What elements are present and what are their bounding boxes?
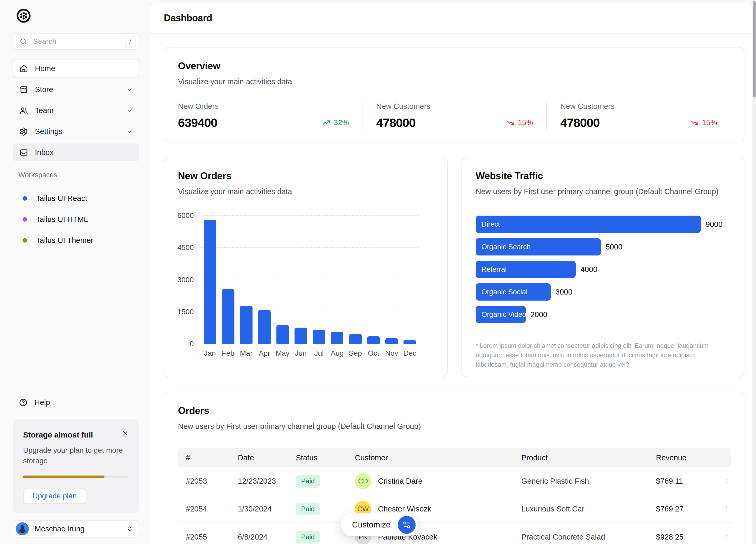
search-input[interactable] [33,37,125,46]
orders-table: #DateStatusCustomerProductRevenue #20531… [178,448,731,544]
kebab-menu-icon [725,504,729,513]
x-axis-tick-label: Nov [383,349,401,357]
column-header: Customer [347,453,513,462]
order-id: #2054 [178,505,230,513]
traffic-bar-label: Direct [481,220,500,229]
sidebar-item-settings[interactable]: Settings [13,123,139,140]
sidebar-item-store[interactable]: Store [13,81,139,98]
stat-value: 478000 [376,115,416,130]
chart-gridline [201,215,419,216]
x-axis-tick-label: Oct [364,349,382,357]
sidebar-nav: HomeStoreTeamSettingsInbox [13,60,139,165]
chart-bar-oct [367,336,380,344]
customize-label: Customize [352,520,390,530]
workspace-item-1[interactable]: Tailus UI React [13,189,139,207]
website-traffic-title: Website Traffic [476,171,730,182]
row-menu-button[interactable] [717,475,729,487]
search-box[interactable]: / [13,33,139,50]
stat-delta: 32% [322,118,349,127]
storage-alert-card: Storage almost full Upgrade your plan to… [13,419,139,513]
stat-value-row: 47800015% [376,115,533,130]
y-axis-tick-label: 1500 [164,307,194,316]
stat-value-row: 47800015% [560,115,717,130]
stat-block: New Customers47800015% [546,102,730,130]
traffic-bar-5: Organic Video [476,306,526,323]
x-axis-tick-label: Mar [237,349,255,357]
home-icon [19,64,28,73]
order-status-cell: Paid [288,503,347,515]
help-circle-icon [19,398,28,407]
row-menu-button[interactable] [717,503,729,515]
order-id: #2053 [178,477,230,485]
x-axis-tick-label: Apr [255,349,274,357]
chevron-down-icon [126,86,133,93]
sidebar-item-inbox[interactable]: Inbox [13,144,139,161]
storage-description: Upgrade your plan to get more storage [23,445,131,466]
traffic-row: Direct9000 [476,216,730,233]
upgrade-plan-button[interactable]: Upgrade plan [23,489,86,503]
user-menu-button[interactable]: Méschac Irung [13,520,139,537]
order-status-cell: Paid [288,475,347,488]
trending-down-icon [506,119,515,127]
search-icon [19,38,27,45]
kebab-menu-icon [725,532,729,541]
chart-bar-aug [331,332,343,344]
traffic-footnote: * Lorem ipsum dolor sit amet consectetur… [476,341,727,369]
traffic-bars: Direct9000Organic Search5000Referral4000… [476,216,730,328]
scrollbar-thumb[interactable] [753,1,756,97]
kebab-menu-icon [725,477,729,485]
chart-bar-sep [349,334,362,344]
traffic-bar-label: Organic Video [481,310,526,319]
stat-label: New Customers [376,102,533,111]
sidebar-item-help[interactable]: Help [13,393,139,411]
traffic-bar-2: Organic Search [476,238,601,256]
x-axis-tick-label: Feb [219,349,237,357]
column-header: Product [513,453,648,462]
overview-title: Overview [178,61,730,72]
top-bar: Dashboard [150,3,752,34]
search-shortcut-key: / [125,36,135,47]
x-axis-tick-label: Sep [346,349,364,357]
close-icon[interactable] [119,427,131,439]
sidebar-item-home[interactable]: Home [13,60,139,77]
order-revenue: $928.25 [648,533,717,541]
workspace-item-3[interactable]: Tailus UI Themer [13,231,139,249]
stat-block: New Customers47800015% [362,102,546,130]
workspace-label: Tailus UI Themer [36,236,93,245]
sidebar-item-label: Store [35,85,53,94]
new-orders-chart-title: New Orders [178,171,434,182]
stat-delta-value: 15% [518,118,533,127]
chart-bar-feb [222,289,234,344]
traffic-row: Organic Social3000 [476,283,730,300]
chart-gridline [201,279,419,280]
storage-progress-bar [23,475,129,478]
y-axis-tick-label: 4500 [164,243,194,252]
customize-button[interactable]: Customize [340,513,418,536]
x-axis-tick-label: Jul [310,349,328,357]
status-badge: Paid [296,531,320,543]
page-title: Dashboard [164,13,212,24]
stat-label: New Customers [560,102,717,111]
sidebar-item-label: Inbox [35,148,54,157]
traffic-bar-label: Organic Search [481,243,531,251]
x-axis-tick-label: Jan [201,349,219,357]
app-logo-icon[interactable] [16,8,31,24]
overview-subtitle: Visualize your main activities data [178,77,730,86]
table-row: #20541/30/2024PaidCWChester WisozkLuxuri… [178,495,731,523]
row-menu-button[interactable] [717,531,729,543]
chevron-down-icon [126,128,133,135]
customer-name: Cristina Dare [378,477,422,485]
customer-avatar: CD [355,473,371,489]
traffic-bar-value: 2000 [531,310,548,319]
sliders-icon[interactable] [398,516,416,534]
workspace-label: Tailus UI HTML [36,215,88,224]
orders-title: Orders [178,405,730,416]
workspace-item-2[interactable]: Tailus UI HTML [13,210,139,228]
workspaces-list: Tailus UI ReactTailus UI HTMLTailus UI T… [13,189,139,252]
main-panel: Dashboard Overview Visualize your main a… [150,3,752,544]
order-status-cell: Paid [288,531,347,543]
stat-value-row: 63940032% [178,115,349,130]
sidebar-item-team[interactable]: Team [13,102,139,119]
stat-delta-value: 15% [702,118,717,127]
stat-block: New Orders63940032% [178,102,362,130]
